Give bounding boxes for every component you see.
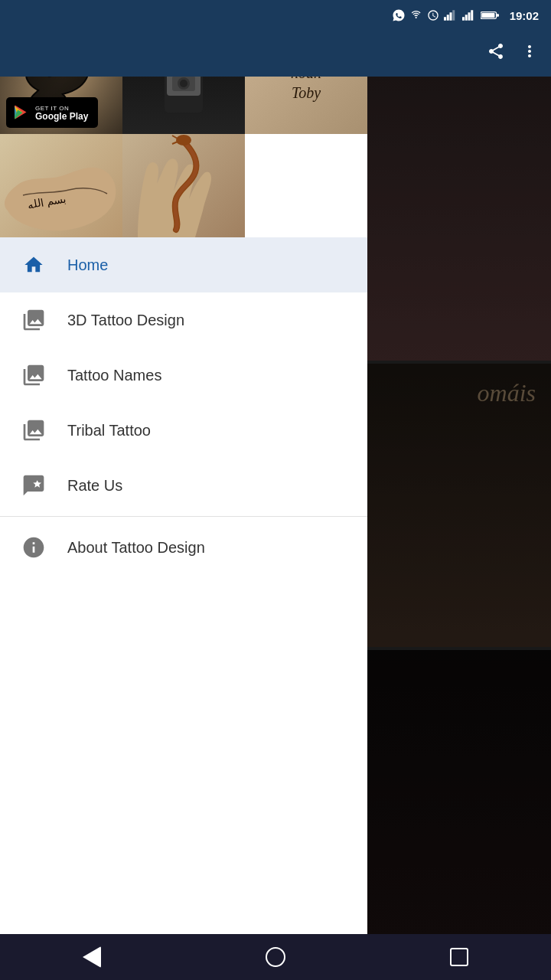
nav-item-rate-us[interactable]: Rate Us <box>0 458 367 513</box>
svg-rect-0 <box>444 17 446 21</box>
home-circle-icon <box>266 947 285 967</box>
app-bar <box>0 31 551 77</box>
svg-rect-1 <box>446 15 448 21</box>
header-image-5 <box>122 134 245 237</box>
nav-item-about[interactable]: About Tattoo Design <box>0 520 367 575</box>
recents-square-icon <box>450 948 468 966</box>
google-play-logo <box>12 103 31 122</box>
tattoo-names-nav-label: Tattoo Names <box>67 367 161 384</box>
nav-items-list: Home 3D Tattoo Design Tattoo Names <box>0 237 367 980</box>
svg-rect-7 <box>471 10 473 21</box>
rate-us-nav-label: Rate Us <box>67 477 122 495</box>
status-icons: 19:02 <box>392 8 539 22</box>
recents-button[interactable] <box>436 934 482 980</box>
google-play-badge[interactable]: GET IT ON Google Play <box>6 97 98 128</box>
svg-point-20 <box>176 135 191 145</box>
google-play-text: Google Play <box>35 112 88 121</box>
drawer-overlay: GET IT ON Google Play <box>0 31 551 980</box>
svg-rect-10 <box>481 13 494 18</box>
nav-item-tattoo-names[interactable]: Tattoo Names <box>0 348 367 403</box>
svg-rect-9 <box>496 14 498 16</box>
svg-rect-2 <box>449 12 452 21</box>
status-time: 19:02 <box>510 9 539 22</box>
about-nav-icon <box>18 532 49 563</box>
svg-rect-5 <box>465 15 467 21</box>
whatsapp-icon <box>392 8 406 22</box>
home-nav-label: Home <box>67 256 108 274</box>
more-options-button[interactable] <box>520 42 539 65</box>
rate-us-nav-icon <box>18 470 49 501</box>
clock-icon <box>427 9 439 21</box>
bottom-nav <box>0 934 551 980</box>
tribal-tattoo-nav-label: Tribal Tattoo <box>67 422 151 439</box>
home-nav-icon <box>18 250 49 280</box>
svg-point-17 <box>180 80 187 87</box>
about-nav-label: About Tattoo Design <box>67 539 205 557</box>
svg-rect-3 <box>452 10 455 21</box>
nav-item-3d-tattoo[interactable]: 3D Tattoo Design <box>0 292 367 348</box>
back-button[interactable] <box>69 934 115 980</box>
share-button[interactable] <box>487 42 505 65</box>
navigation-drawer: GET IT ON Google Play <box>0 31 367 980</box>
svg-rect-6 <box>468 12 470 21</box>
battery-icon <box>481 10 499 21</box>
back-icon <box>83 946 101 968</box>
nav-divider <box>0 516 367 517</box>
signal-bars-2-icon <box>462 9 476 21</box>
svg-rect-4 <box>462 17 465 21</box>
nav-item-home[interactable]: Home <box>0 237 367 292</box>
signal-bars-1-icon <box>444 9 458 21</box>
play-text: GET IT ON Google Play <box>35 105 88 121</box>
home-button[interactable] <box>253 934 298 980</box>
3d-tattoo-nav-icon <box>18 305 49 335</box>
status-bar: 19:02 <box>0 0 551 31</box>
tattoo-names-nav-icon <box>18 360 49 390</box>
signal-icon <box>410 9 422 21</box>
header-image-4: بسم الله <box>0 134 122 237</box>
drawer-scrim[interactable] <box>367 31 551 980</box>
nav-item-tribal-tattoo[interactable]: Tribal Tattoo <box>0 403 367 458</box>
snake-tattoo-image <box>122 134 245 237</box>
arm-tattoo-image: بسم الله <box>0 134 122 237</box>
3d-tattoo-nav-label: 3D Tattoo Design <box>67 312 184 329</box>
tribal-tattoo-nav-icon <box>18 415 49 446</box>
